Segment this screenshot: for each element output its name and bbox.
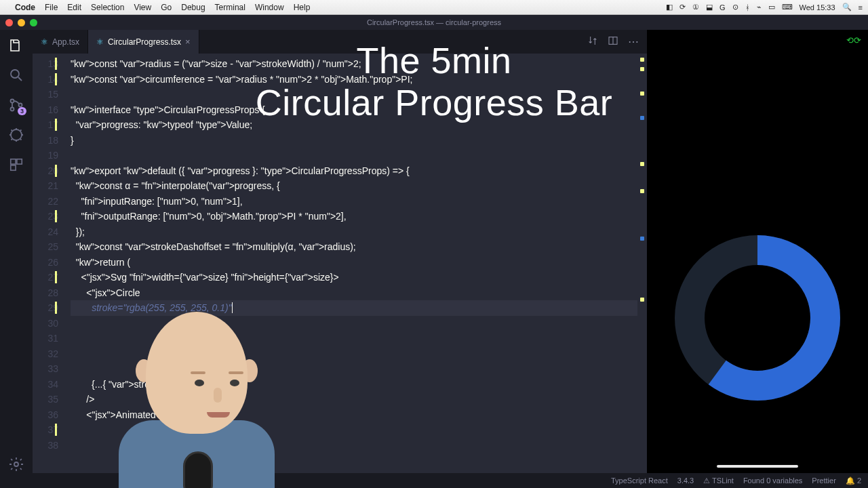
tray-icon[interactable]: ⌨ [782,3,793,12]
status-language[interactable]: TypeScript React [611,476,668,485]
status-analysis[interactable]: Found 0 variables [743,476,802,485]
reload-icon[interactable]: ⟲⟳ [846,35,861,45]
status-bar: TypeScript React 3.4.3 TSLint Found 0 va… [0,473,868,488]
overview-ruler[interactable] [637,54,647,473]
simulator-panel: ⟲⟳ [647,30,868,473]
bluetooth-icon[interactable]: ᚼ [745,3,750,12]
menu-bar-right: ◧ ⟳ ① ⬓ G ⊙ ᚼ ⌁ ▭ ⌨ Wed 15:33 🔍 ≡ [666,3,863,12]
close-tab-icon[interactable]: × [185,37,191,47]
settings-gear-icon[interactable] [7,455,25,473]
wifi-icon[interactable]: ⌁ [757,3,762,12]
menu-terminal[interactable]: Terminal [215,3,245,12]
svg-point-3 [19,104,22,107]
extensions-icon[interactable] [7,156,25,174]
activity-bar: 3 [0,30,33,473]
editor-tabs: ⚛ App.tsx ⚛ CircularProgress.tsx × ⋯ [33,30,647,54]
circular-progress-preview [666,226,849,409]
menu-help[interactable]: Help [294,3,311,12]
minimize-window-button[interactable] [18,19,25,26]
search-icon[interactable] [7,66,25,84]
tray-icon[interactable]: ⟳ [679,3,686,12]
compare-changes-icon[interactable] [587,35,598,49]
code-editor[interactable]: 1314151617181920212223242526272829303132… [33,54,647,473]
svg-point-1 [11,100,14,103]
menu-debug[interactable]: Debug [181,3,205,12]
svg-point-4 [11,129,22,140]
status-notifications[interactable]: 🔔 2 [846,476,861,485]
tray-icon[interactable]: G [719,3,726,12]
menu-edit[interactable]: Edit [67,3,81,12]
debug-icon[interactable] [7,126,25,144]
menu-clock[interactable]: Wed 15:33 [800,3,835,12]
dropbox-icon[interactable]: ⬓ [706,3,713,12]
window-title-bar: CircularProgress.tsx — circular-progress [0,15,868,30]
window-controls [5,19,37,26]
tray-icon[interactable]: ⊙ [732,3,738,12]
source-control-icon[interactable]: 3 [7,96,25,114]
tray-icon[interactable]: ① [692,3,699,12]
svg-rect-5 [11,159,16,164]
svg-rect-6 [17,159,22,164]
svg-rect-7 [11,165,16,170]
react-file-icon: ⚛ [41,37,48,47]
status-prettier[interactable]: Prettier [812,476,835,485]
menu-file[interactable]: File [45,3,58,12]
menu-go[interactable]: Go [161,3,172,12]
menu-window[interactable]: Window [255,3,284,12]
macos-menu-bar: Code File Edit Selection View Go Debug T… [0,0,868,15]
svg-point-2 [11,108,14,111]
zoom-window-button[interactable] [30,19,37,26]
tray-icon[interactable]: ◧ [666,3,673,12]
battery-icon[interactable]: ▭ [768,3,775,12]
svg-point-8 [14,462,18,466]
tab-app[interactable]: ⚛ App.tsx [33,30,88,54]
spotlight-icon[interactable]: 🔍 [842,3,852,12]
status-ts-version[interactable]: 3.4.3 [677,476,694,485]
tab-circular-progress[interactable]: ⚛ CircularProgress.tsx × [88,30,199,54]
window-title: CircularProgress.tsx — circular-progress [367,18,501,26]
menu-selection[interactable]: Selection [91,3,124,12]
menu-view[interactable]: View [134,3,151,12]
svg-point-0 [11,70,19,78]
react-file-icon: ⚛ [96,37,104,47]
editor-group: ⚛ App.tsx ⚛ CircularProgress.tsx × ⋯ 131… [33,30,647,473]
tab-label: App.tsx [52,37,79,47]
line-number-gutter: 1314151617181920212223242526272829303132… [33,54,71,473]
notifications-icon[interactable]: ≡ [859,3,863,12]
close-window-button[interactable] [5,19,13,26]
home-indicator [717,465,798,468]
more-actions-icon[interactable]: ⋯ [628,35,639,48]
app-name[interactable]: Code [15,3,35,12]
explorer-icon[interactable] [7,37,25,54]
tab-label: CircularProgress.tsx [108,37,181,47]
code-body[interactable]: "kw">const "var">radius = ("var">size - … [71,54,637,473]
scm-badge: 3 [18,107,26,115]
status-tslint[interactable]: TSLint [703,476,734,485]
editor-actions: ⋯ [579,30,647,54]
split-editor-icon[interactable] [608,35,618,49]
